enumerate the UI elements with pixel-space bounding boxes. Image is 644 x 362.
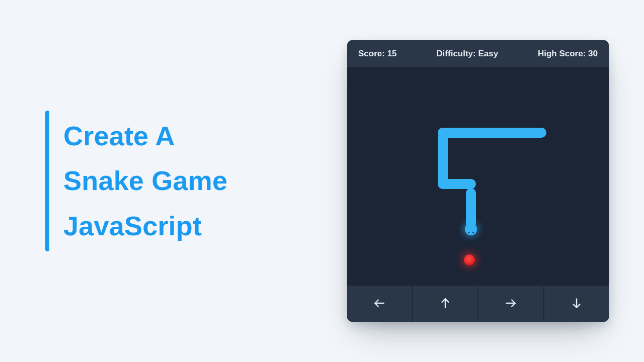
hero-heading: Create A Snake Game JavaScript <box>45 111 227 251</box>
down-button[interactable] <box>544 286 609 322</box>
playfield[interactable] <box>347 67 609 286</box>
highscore-display: High Score: 30 <box>538 49 598 59</box>
accent-bar <box>45 111 49 251</box>
difficulty-display: Difficulty: Easy <box>436 49 498 59</box>
snake-segment <box>466 188 476 228</box>
snake-segment <box>438 133 448 188</box>
score-label: Score: <box>358 49 387 58</box>
right-button[interactable] <box>478 286 543 322</box>
difficulty-value: Easy <box>478 49 498 58</box>
arrow-right-icon <box>504 297 517 311</box>
food <box>464 254 475 265</box>
direction-controls <box>347 286 609 322</box>
title-line-2: Snake Game <box>63 165 227 196</box>
game-panel: Score: 15 Difficulty: Easy High Score: 3… <box>347 40 609 322</box>
snake-segment <box>438 128 546 138</box>
title-line-1: Create A <box>63 121 175 151</box>
highscore-value: 30 <box>588 49 598 58</box>
left-button[interactable] <box>347 286 412 322</box>
up-button[interactable] <box>413 286 478 322</box>
score-value: 15 <box>387 49 397 58</box>
highscore-label: High Score: <box>538 49 588 58</box>
arrow-up-icon <box>439 297 452 311</box>
status-bar: Score: 15 Difficulty: Easy High Score: 3… <box>347 40 609 67</box>
score-display: Score: 15 <box>358 49 397 59</box>
arrow-left-icon <box>373 297 386 311</box>
arrow-down-icon <box>570 297 583 311</box>
page-title: Create A Snake Game JavaScript <box>63 114 227 248</box>
snake-head <box>465 223 477 235</box>
title-line-3: JavaScript <box>63 211 202 241</box>
difficulty-label: Difficulty: <box>436 49 478 58</box>
